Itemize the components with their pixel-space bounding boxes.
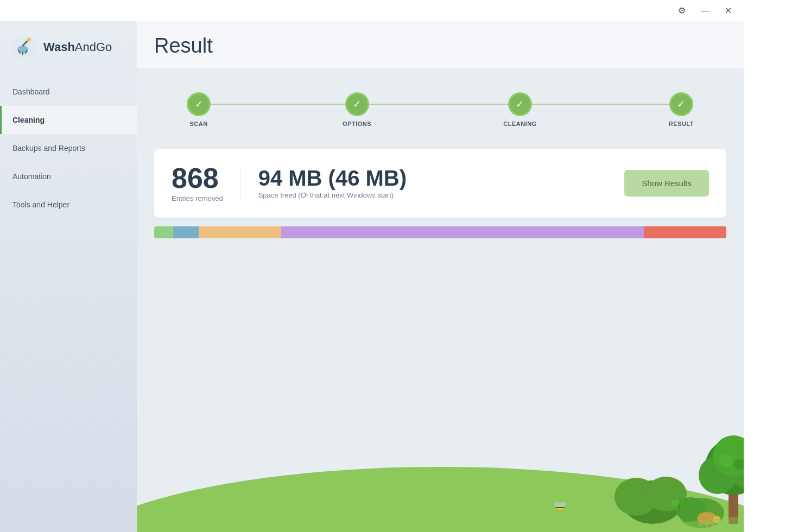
minimize-button[interactable]: — (698, 5, 713, 17)
step-result-label: RESULT (669, 121, 694, 127)
stepper-line (208, 104, 672, 105)
svg-point-19 (734, 459, 744, 470)
space-freed-value: 94 MB (46 MB) (258, 167, 407, 189)
step-options: ✓ OPTIONS (343, 92, 371, 127)
title-bar: ⚙ — ✕ (0, 0, 744, 21)
svg-point-11 (615, 478, 658, 516)
svg-point-30 (697, 512, 717, 525)
svg-point-16 (731, 456, 744, 489)
logo-area: WashAndGo (0, 21, 137, 78)
svg-point-29 (560, 502, 566, 506)
progress-bar (154, 226, 726, 238)
sidebar: WashAndGo Dashboard Cleaning Backups and… (0, 21, 137, 532)
progress-bar-segment (281, 226, 644, 238)
step-result: ✓ RESULT (669, 92, 694, 127)
result-card: 868 Entries removed 94 MB (46 MB) Space … (154, 149, 726, 218)
svg-point-10 (623, 480, 682, 524)
svg-point-36 (669, 497, 681, 508)
nav-items: Dashboard Cleaning Backups and Reports A… (0, 78, 137, 219)
progress-bar-segment (154, 226, 173, 238)
step-scan: ✓ SCAN (187, 92, 211, 127)
step-options-circle: ✓ (345, 92, 369, 116)
svg-point-7 (137, 467, 744, 532)
stat-divider (240, 167, 241, 200)
svg-point-14 (705, 439, 744, 495)
settings-button[interactable]: ⚙ (675, 4, 689, 17)
illustration (137, 402, 744, 532)
stepper: ✓ SCAN ✓ OPTIONS ✓ CLEANING ✓ RESULT (154, 81, 726, 138)
content-header: Result (137, 21, 744, 68)
logo-text: WashAndGo (43, 40, 112, 54)
sidebar-item-dashboard[interactable]: Dashboard (0, 78, 137, 106)
svg-point-17 (713, 435, 744, 477)
svg-point-12 (645, 477, 687, 511)
entries-count: 868 (172, 164, 223, 192)
content-area: Result ✓ SCAN ✓ OPTIONS ✓ CLEANING (137, 21, 744, 532)
svg-rect-13 (729, 486, 738, 524)
entries-label: Entries removed (172, 194, 223, 202)
show-results-button[interactable]: Show Results (624, 170, 709, 197)
svg-line-34 (712, 523, 714, 527)
sidebar-item-tools[interactable]: Tools and Helper (0, 191, 137, 219)
progress-bar-segment (199, 226, 281, 238)
step-result-circle: ✓ (669, 92, 693, 116)
svg-point-28 (554, 502, 561, 506)
sidebar-item-cleaning[interactable]: Cleaning (0, 106, 137, 134)
page-title: Result (154, 34, 726, 58)
progress-bar-segment (173, 226, 199, 238)
sidebar-item-automation[interactable]: Automation (0, 162, 137, 191)
content-body: ✓ SCAN ✓ OPTIONS ✓ CLEANING ✓ RESULT (137, 68, 744, 532)
svg-point-18 (719, 454, 732, 467)
step-scan-circle: ✓ (187, 92, 211, 116)
close-button[interactable]: ✕ (721, 4, 735, 17)
space-stat: 94 MB (46 MB) Space freed (Of that at ne… (258, 167, 407, 199)
svg-point-20 (679, 498, 724, 528)
svg-point-37 (679, 501, 688, 509)
app-layout: WashAndGo Dashboard Cleaning Backups and… (0, 21, 744, 532)
logo-icon (11, 34, 37, 60)
space-freed-label: Space freed (Of that at next Windows sta… (258, 191, 407, 199)
entries-stat: 868 Entries removed (172, 164, 223, 202)
svg-point-26 (556, 505, 565, 510)
progress-bar-segment (644, 226, 726, 238)
step-cleaning-label: CLEANING (503, 121, 536, 127)
step-scan-label: SCAN (189, 121, 207, 127)
svg-point-31 (713, 516, 720, 523)
svg-point-15 (699, 456, 737, 494)
svg-line-32 (699, 523, 701, 526)
sidebar-item-backups[interactable]: Backups and Reports (0, 134, 137, 162)
step-options-label: OPTIONS (343, 121, 371, 127)
step-cleaning: ✓ CLEANING (503, 92, 536, 127)
step-cleaning-circle: ✓ (508, 92, 532, 116)
svg-point-21 (675, 497, 706, 521)
